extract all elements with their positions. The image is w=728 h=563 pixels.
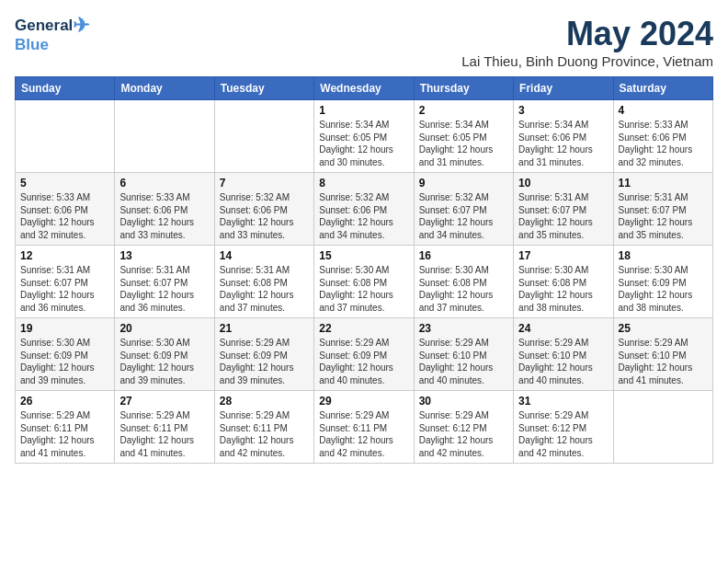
calendar-week-row: 1Sunrise: 5:34 AM Sunset: 6:05 PM Daylig…	[16, 100, 713, 173]
day-info: Sunrise: 5:33 AM Sunset: 6:06 PM Dayligh…	[119, 191, 209, 241]
title-block: May 2024 Lai Thieu, Binh Duong Province,…	[461, 15, 713, 69]
day-info: Sunrise: 5:32 AM Sunset: 6:06 PM Dayligh…	[220, 191, 309, 241]
table-row: 10Sunrise: 5:31 AM Sunset: 6:07 PM Dayli…	[514, 173, 613, 246]
day-info: Sunrise: 5:32 AM Sunset: 6:07 PM Dayligh…	[419, 191, 508, 241]
table-row: 29Sunrise: 5:29 AM Sunset: 6:11 PM Dayli…	[314, 391, 414, 464]
day-info: Sunrise: 5:34 AM Sunset: 6:05 PM Dayligh…	[319, 119, 408, 168]
location-subtitle: Lai Thieu, Binh Duong Province, Vietnam	[461, 53, 713, 69]
day-info: Sunrise: 5:29 AM Sunset: 6:11 PM Dayligh…	[319, 409, 408, 459]
table-row: 26Sunrise: 5:29 AM Sunset: 6:11 PM Dayli…	[16, 391, 115, 464]
table-row: 13Sunrise: 5:31 AM Sunset: 6:07 PM Dayli…	[115, 246, 214, 318]
day-number: 26	[20, 395, 109, 408]
day-number: 5	[20, 177, 109, 190]
table-row: 31Sunrise: 5:29 AM Sunset: 6:12 PM Dayli…	[514, 391, 613, 464]
day-info: Sunrise: 5:30 AM Sunset: 6:09 PM Dayligh…	[119, 337, 209, 386]
logo: General✈ Blue	[15, 15, 89, 54]
col-friday: Friday	[514, 77, 613, 100]
table-row: 8Sunrise: 5:32 AM Sunset: 6:06 PM Daylig…	[314, 173, 414, 246]
day-number: 31	[518, 395, 608, 408]
logo-bird-icon: ✈	[73, 14, 89, 37]
col-sunday: Sunday	[16, 77, 115, 100]
col-thursday: Thursday	[414, 77, 513, 100]
table-row	[115, 100, 214, 173]
table-row	[16, 100, 115, 173]
day-number: 29	[319, 395, 408, 408]
day-info: Sunrise: 5:29 AM Sunset: 6:09 PM Dayligh…	[319, 337, 408, 386]
table-row: 30Sunrise: 5:29 AM Sunset: 6:12 PM Dayli…	[414, 391, 513, 464]
table-row: 22Sunrise: 5:29 AM Sunset: 6:09 PM Dayli…	[314, 318, 414, 391]
day-info: Sunrise: 5:29 AM Sunset: 6:11 PM Dayligh…	[119, 409, 209, 459]
calendar-week-row: 26Sunrise: 5:29 AM Sunset: 6:11 PM Dayli…	[16, 391, 713, 464]
day-info: Sunrise: 5:29 AM Sunset: 6:12 PM Dayligh…	[419, 409, 508, 459]
table-row: 21Sunrise: 5:29 AM Sunset: 6:09 PM Dayli…	[214, 318, 313, 391]
day-info: Sunrise: 5:33 AM Sunset: 6:06 PM Dayligh…	[20, 191, 109, 241]
day-number: 19	[20, 322, 109, 335]
calendar-week-row: 12Sunrise: 5:31 AM Sunset: 6:07 PM Dayli…	[16, 246, 713, 318]
table-row: 24Sunrise: 5:29 AM Sunset: 6:10 PM Dayli…	[514, 318, 613, 391]
day-number: 7	[220, 177, 309, 190]
day-info: Sunrise: 5:34 AM Sunset: 6:05 PM Dayligh…	[419, 119, 508, 168]
day-info: Sunrise: 5:34 AM Sunset: 6:06 PM Dayligh…	[518, 119, 608, 168]
table-row: 16Sunrise: 5:30 AM Sunset: 6:08 PM Dayli…	[414, 246, 513, 318]
table-row: 20Sunrise: 5:30 AM Sunset: 6:09 PM Dayli…	[115, 318, 214, 391]
day-info: Sunrise: 5:29 AM Sunset: 6:10 PM Dayligh…	[619, 337, 708, 386]
day-info: Sunrise: 5:29 AM Sunset: 6:12 PM Dayligh…	[518, 409, 608, 459]
day-info: Sunrise: 5:33 AM Sunset: 6:06 PM Dayligh…	[619, 119, 708, 168]
day-number: 10	[518, 177, 608, 190]
day-info: Sunrise: 5:30 AM Sunset: 6:08 PM Dayligh…	[319, 264, 408, 314]
day-info: Sunrise: 5:31 AM Sunset: 6:07 PM Dayligh…	[119, 264, 209, 314]
day-number: 8	[319, 177, 408, 190]
table-row: 25Sunrise: 5:29 AM Sunset: 6:10 PM Dayli…	[613, 318, 712, 391]
day-number: 30	[419, 395, 508, 408]
day-number: 12	[20, 249, 109, 262]
table-row: 19Sunrise: 5:30 AM Sunset: 6:09 PM Dayli…	[16, 318, 115, 391]
day-number: 15	[319, 249, 408, 262]
day-number: 2	[419, 104, 508, 117]
table-row: 14Sunrise: 5:31 AM Sunset: 6:08 PM Dayli…	[214, 246, 313, 318]
table-row: 1Sunrise: 5:34 AM Sunset: 6:05 PM Daylig…	[314, 100, 414, 173]
day-number: 1	[319, 104, 408, 117]
table-row	[214, 100, 313, 173]
calendar-week-row: 19Sunrise: 5:30 AM Sunset: 6:09 PM Dayli…	[16, 318, 713, 391]
day-number: 11	[619, 177, 708, 190]
day-info: Sunrise: 5:30 AM Sunset: 6:08 PM Dayligh…	[419, 264, 508, 314]
day-number: 27	[119, 395, 209, 408]
logo-blue: Blue	[15, 37, 89, 54]
table-row: 7Sunrise: 5:32 AM Sunset: 6:06 PM Daylig…	[214, 173, 313, 246]
table-row: 11Sunrise: 5:31 AM Sunset: 6:07 PM Dayli…	[613, 173, 712, 246]
day-number: 18	[619, 249, 708, 262]
day-number: 3	[518, 104, 608, 117]
day-info: Sunrise: 5:29 AM Sunset: 6:09 PM Dayligh…	[220, 337, 309, 386]
day-info: Sunrise: 5:29 AM Sunset: 6:10 PM Dayligh…	[518, 337, 608, 386]
day-number: 28	[220, 395, 309, 408]
col-saturday: Saturday	[613, 77, 712, 100]
table-row: 6Sunrise: 5:33 AM Sunset: 6:06 PM Daylig…	[115, 173, 214, 246]
day-number: 20	[119, 322, 209, 335]
calendar-header-row: Sunday Monday Tuesday Wednesday Thursday…	[16, 77, 713, 100]
day-info: Sunrise: 5:31 AM Sunset: 6:07 PM Dayligh…	[518, 191, 608, 241]
calendar-week-row: 5Sunrise: 5:33 AM Sunset: 6:06 PM Daylig…	[16, 173, 713, 246]
day-number: 23	[419, 322, 508, 335]
day-info: Sunrise: 5:30 AM Sunset: 6:08 PM Dayligh…	[518, 264, 608, 314]
day-number: 24	[518, 322, 608, 335]
day-number: 6	[119, 177, 209, 190]
day-number: 17	[518, 249, 608, 262]
table-row: 2Sunrise: 5:34 AM Sunset: 6:05 PM Daylig…	[414, 100, 513, 173]
logo-general: General	[15, 17, 73, 34]
col-wednesday: Wednesday	[314, 77, 414, 100]
day-number: 22	[319, 322, 408, 335]
day-info: Sunrise: 5:30 AM Sunset: 6:09 PM Dayligh…	[619, 264, 708, 314]
day-number: 16	[419, 249, 508, 262]
col-monday: Monday	[115, 77, 214, 100]
day-number: 4	[619, 104, 708, 117]
table-row: 23Sunrise: 5:29 AM Sunset: 6:10 PM Dayli…	[414, 318, 513, 391]
day-info: Sunrise: 5:32 AM Sunset: 6:06 PM Dayligh…	[319, 191, 408, 241]
day-number: 14	[220, 249, 309, 262]
day-info: Sunrise: 5:29 AM Sunset: 6:11 PM Dayligh…	[220, 409, 309, 459]
calendar-table: Sunday Monday Tuesday Wednesday Thursday…	[15, 76, 713, 464]
table-row: 27Sunrise: 5:29 AM Sunset: 6:11 PM Dayli…	[115, 391, 214, 464]
table-row: 18Sunrise: 5:30 AM Sunset: 6:09 PM Dayli…	[613, 246, 712, 318]
day-info: Sunrise: 5:31 AM Sunset: 6:08 PM Dayligh…	[220, 264, 309, 314]
day-info: Sunrise: 5:31 AM Sunset: 6:07 PM Dayligh…	[20, 264, 109, 314]
day-info: Sunrise: 5:29 AM Sunset: 6:11 PM Dayligh…	[20, 409, 109, 459]
